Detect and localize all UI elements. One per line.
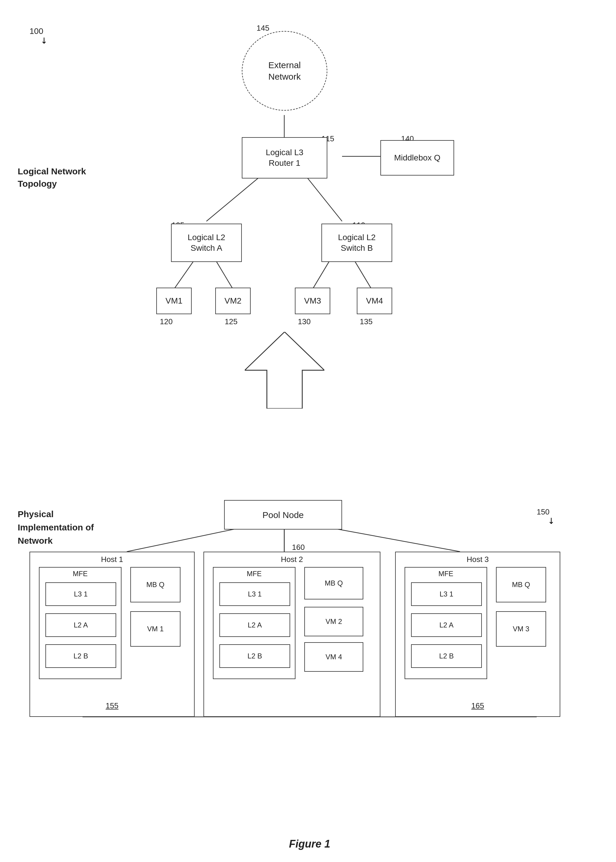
host2-vm2-box: VM 2 (304, 607, 363, 636)
host2-mbq-box: MB Q (304, 567, 363, 599)
ref-155: 155 (105, 701, 118, 711)
host3-mfe-label: MFE (438, 569, 454, 578)
ref-150: 150 (537, 507, 549, 516)
host1-box: Host 1 MFE L3 1 L2 A L2 B MB Q VM 1 1 (30, 552, 195, 717)
diagram: 100 ↘ 145 External Network 115 Logical L… (0, 0, 616, 862)
host2-box: Host 2 MFE L3 1 L2 A L2 B MB Q VM 2 VM 4 (203, 552, 380, 717)
logical-l2-switch-b: Logical L2 Switch B (321, 223, 392, 262)
host1-mfe-label: MFE (73, 569, 88, 578)
host3-box: Host 3 MFE L3 1 L2 A L2 B MB Q VM 3 165 (395, 552, 560, 717)
logical-l3-router: Logical L3 Router 1 (242, 137, 327, 178)
ref-125: 125 (225, 317, 237, 326)
host3-vm3-box: VM 3 (496, 611, 546, 646)
host3-label: Host 3 (396, 555, 560, 565)
host3-mbq-box: MB Q (496, 567, 546, 602)
vm1-box: VM1 (156, 288, 192, 314)
vm3-box: VM3 (295, 288, 330, 314)
vm2-box: VM2 (215, 288, 251, 314)
svg-line-4 (174, 260, 195, 289)
host3-l2b-box: L2 B (411, 644, 482, 668)
host3-l2a-box: L2 A (411, 613, 482, 637)
host3-l3-box: L3 1 (411, 582, 482, 606)
host1-l2a-box: L2 A (46, 613, 116, 637)
middlebox-q: Middlebox Q (380, 140, 454, 176)
ref-160: 160 (292, 543, 305, 552)
host2-l3-box: L3 1 (219, 582, 290, 606)
host2-l2a-box: L2 A (219, 613, 290, 637)
svg-marker-15 (245, 332, 324, 409)
svg-line-6 (313, 260, 330, 289)
host3-mfe-box: MFE L3 1 L2 A L2 B (405, 567, 487, 679)
host2-mfe-box: MFE L3 1 L2 A L2 B (213, 567, 295, 679)
host1-l3-box: L3 1 (46, 582, 116, 606)
large-down-arrow (245, 332, 324, 409)
ref-145: 145 (256, 24, 269, 33)
ref-130: 130 (298, 317, 311, 326)
physical-impl-label: Physical Implementation of Network (18, 507, 94, 547)
svg-line-3 (307, 177, 342, 221)
external-network: External Network (242, 31, 327, 111)
ref-100: 100 (30, 27, 43, 36)
ref-165: 165 (471, 701, 484, 711)
arrow-100: ↘ (38, 35, 50, 46)
svg-line-5 (215, 260, 233, 289)
host2-vm4-box: VM 4 (304, 642, 363, 672)
logical-l2-switch-a: Logical L2 Switch A (171, 223, 242, 262)
connections-svg (0, 0, 616, 862)
pool-node: Pool Node (224, 500, 342, 530)
host1-mfe-box: MFE L3 1 L2 A L2 B (39, 567, 121, 679)
host2-mfe-label: MFE (247, 569, 262, 578)
host2-label: Host 2 (204, 555, 380, 565)
ref-135: 135 (360, 317, 372, 326)
ref-120: 120 (160, 317, 173, 326)
svg-line-2 (206, 177, 259, 221)
host1-label: Host 1 (30, 555, 194, 565)
host1-mbq-box: MB Q (130, 567, 181, 602)
vm4-box: VM4 (357, 288, 392, 314)
figure-label: Figure 1 (251, 838, 369, 850)
logical-network-topology-label: Logical Network Topology (18, 165, 86, 190)
host1-vm1-box: VM 1 (130, 611, 181, 646)
host2-l2b-box: L2 B (219, 644, 290, 668)
host1-l2b-box: L2 B (46, 644, 116, 668)
svg-line-7 (354, 260, 372, 289)
